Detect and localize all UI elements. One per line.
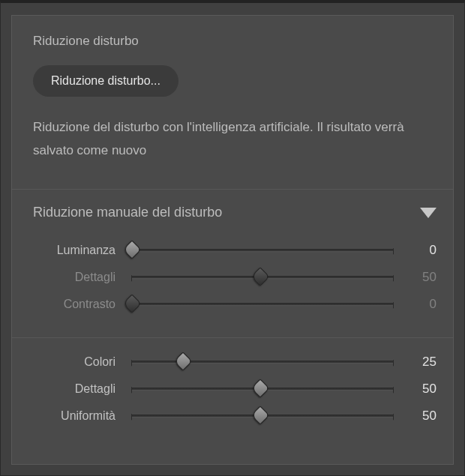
color-slider[interactable] (126, 355, 399, 369)
slider-value[interactable]: 50 (399, 409, 436, 424)
slider-value[interactable]: 0 (399, 297, 436, 312)
slider-value[interactable]: 25 (399, 355, 436, 370)
slider-value[interactable]: 50 (399, 382, 436, 397)
slider-label: Dettagli (12, 382, 126, 396)
slider-row-details1: Dettagli 50 (12, 264, 436, 291)
slider-row-color: Colori 25 (12, 349, 436, 376)
slider-thumb[interactable] (250, 406, 269, 424)
ai-noise-reduction-section: Riduzione disturbo Riduzione disturbo...… (12, 29, 453, 180)
slider-row-uniformity: Uniformità 50 (12, 403, 436, 430)
slider-label: Uniformità (12, 409, 126, 423)
disclosure-triangle-icon[interactable] (420, 208, 436, 218)
slider-thumb[interactable] (174, 352, 193, 370)
details2-slider[interactable] (126, 382, 399, 396)
slider-thumb[interactable] (122, 294, 141, 313)
slider-label: Contrasto (12, 298, 126, 311)
slider-label: Dettagli (12, 271, 126, 284)
slider-thumb[interactable] (250, 379, 269, 397)
manual-section-title: Riduzione manuale del disturbo (33, 205, 222, 220)
slider-label: Luminanza (12, 244, 126, 257)
section-description: Riduzione del disturbo con l'intelligenz… (33, 116, 432, 162)
slider-row-luminance: Luminanza 0 (12, 237, 436, 264)
noise-reduction-panel: Riduzione disturbo Riduzione disturbo...… (11, 15, 454, 465)
slider-thumb[interactable] (250, 267, 269, 286)
section-title: Riduzione disturbo (33, 34, 432, 49)
slider-value[interactable]: 0 (399, 243, 436, 258)
slider-row-details2: Dettagli 50 (12, 376, 436, 403)
slider-row-contrast: Contrasto 0 (12, 291, 436, 318)
slider-label: Colori (12, 355, 126, 369)
luminance-slider[interactable] (126, 244, 399, 257)
outer-frame: Riduzione disturbo Riduzione disturbo...… (0, 0, 465, 476)
details1-slider[interactable] (126, 271, 399, 284)
slider-thumb[interactable] (122, 240, 141, 259)
contrast-slider[interactable] (126, 298, 399, 311)
slider-value[interactable]: 50 (399, 270, 436, 285)
uniformity-slider[interactable] (126, 409, 399, 423)
luminance-group: Luminanza 0 Dettagli 50 Contrasto (12, 231, 453, 328)
manual-section-header: Riduzione manuale del disturbo (12, 190, 453, 231)
color-group: Colori 25 Dettagli 50 Uniformità (12, 338, 453, 440)
denoise-button[interactable]: Riduzione disturbo... (33, 65, 178, 97)
